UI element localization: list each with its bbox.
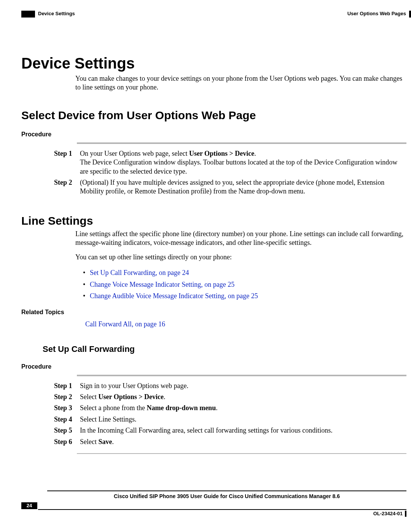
step-row: Step 3 Select a phone from the Name drop… xyxy=(54,404,406,415)
bullet-icon: • xyxy=(83,290,87,302)
header-right-text: User Options Web Pages xyxy=(347,11,406,16)
step-text: On your User Options web page, select Us… xyxy=(80,149,406,178)
related-topics-label: Related Topics xyxy=(21,309,351,316)
footer-title: Cisco Unified SIP Phone 3905 User Guide … xyxy=(47,493,406,499)
rule-top-2 xyxy=(77,375,406,376)
page-header: Device Settings User Options Web Pages xyxy=(0,11,411,21)
step-row: Step 5 In the Incoming Call Forwarding a… xyxy=(54,426,406,437)
step-label: Step 6 xyxy=(54,438,80,449)
step-text: Select a phone from the Name drop-down m… xyxy=(80,404,406,415)
header-left-text: Device Settings xyxy=(38,11,75,16)
footer-docid: OL-23424-01 xyxy=(373,511,403,516)
step-label: Step 1 xyxy=(54,149,80,178)
step-label: Step 5 xyxy=(54,426,80,437)
page: Device Settings User Options Web Pages D… xyxy=(0,0,411,532)
footer-right-bar xyxy=(405,511,406,517)
content-area: Device Settings You can make changes to … xyxy=(21,55,406,454)
step-row: Step 6 Select Save. xyxy=(54,438,406,449)
bullet-row: • Change Audible Voice Message Indicator… xyxy=(83,290,406,302)
header-right-group: User Options Web Pages xyxy=(347,11,411,18)
bullet-icon: • xyxy=(83,279,87,291)
step-text: Select Save. xyxy=(80,438,406,449)
step-text: (Optional) If you have multiple devices … xyxy=(80,178,406,198)
procedure-label-2: Procedure xyxy=(21,363,351,370)
step-row: Step 1 On your User Options web page, se… xyxy=(54,149,406,178)
step-text: Select Line Settings. xyxy=(80,415,406,426)
bullet-link[interactable]: Change Voice Message Indicator Setting, … xyxy=(90,279,234,291)
bullet-icon: • xyxy=(83,267,87,279)
step-text: In the Incoming Call Forwarding area, se… xyxy=(80,426,406,437)
bullet-row: • Set Up Call Forwarding, on page 24 xyxy=(83,267,406,279)
step-row: Step 2 Select User Options > Device. xyxy=(54,393,406,404)
procedure-label-1: Procedure xyxy=(21,131,351,138)
header-right-rule xyxy=(409,11,411,18)
select-device-heading: Select Device from User Options Web Page xyxy=(21,109,406,122)
line-settings-bullets: • Set Up Call Forwarding, on page 24 • C… xyxy=(83,267,406,302)
step-row: Step 2 (Optional) If you have multiple d… xyxy=(54,178,406,198)
rule-top-1 xyxy=(77,142,406,144)
line-settings-p1: Line settings affect the specific phone … xyxy=(75,230,406,248)
footer-page-rule xyxy=(38,502,406,510)
step-label: Step 2 xyxy=(54,393,80,404)
step-label: Step 3 xyxy=(54,404,80,415)
header-left-mark xyxy=(21,11,35,18)
bullet-row: • Change Voice Message Indicator Setting… xyxy=(83,279,406,291)
bullet-link[interactable]: Set Up Call Forwarding, on page 24 xyxy=(90,267,189,279)
setup-cf-steps: Step 1 Sign in to your User Options web … xyxy=(54,382,406,449)
step-text: Select User Options > Device. xyxy=(80,393,406,404)
step-label: Step 2 xyxy=(54,178,80,198)
bullet-link[interactable]: Change Audible Voice Message Indicator S… xyxy=(90,290,258,302)
step-label: Step 1 xyxy=(54,382,80,393)
line-settings-p2: You can set up other line settings direc… xyxy=(75,253,406,262)
select-device-steps: Step 1 On your User Options web page, se… xyxy=(54,149,406,198)
step-row: Step 4 Select Line Settings. xyxy=(54,415,406,426)
chapter-title: Device Settings xyxy=(21,55,406,72)
step-label: Step 4 xyxy=(54,415,80,426)
footer-divider xyxy=(47,490,406,491)
page-footer: Cisco Unified SIP Phone 3905 User Guide … xyxy=(21,490,406,518)
rule-bottom-2 xyxy=(77,453,406,454)
step-text: Sign in to your User Options web page. xyxy=(80,382,406,393)
line-settings-heading: Line Settings xyxy=(21,214,406,227)
set-up-call-forwarding-heading: Set Up Call Forwarding xyxy=(43,344,406,354)
related-topic-link[interactable]: Call Forward All, on page 16 xyxy=(85,320,406,328)
chapter-intro: You can make changes to your device sett… xyxy=(75,74,406,92)
step-row: Step 1 Sign in to your User Options web … xyxy=(54,382,406,393)
footer-right-group: OL-23424-01 xyxy=(373,511,406,517)
footer-page-number: 24 xyxy=(21,502,37,509)
